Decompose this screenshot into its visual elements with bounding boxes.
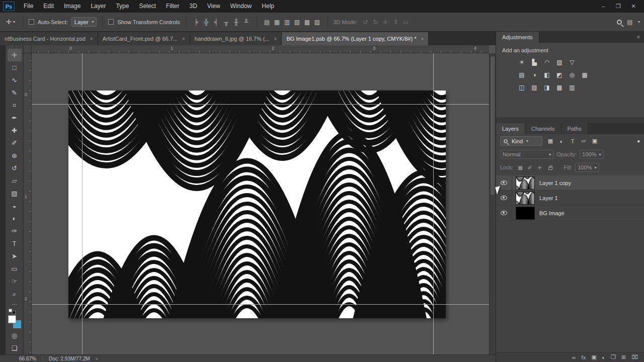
zoom-tool[interactable]: ⌕ bbox=[8, 288, 22, 300]
threshold-icon[interactable]: ◨ bbox=[541, 83, 552, 92]
distribute-h-center-icon[interactable]: ▩ bbox=[303, 18, 312, 27]
gradient-map-icon[interactable]: ▥ bbox=[567, 83, 578, 92]
new-group-icon[interactable]: ❒ bbox=[611, 354, 616, 360]
visibility-toggle[interactable] bbox=[496, 206, 512, 220]
curves-icon[interactable]: ◠ bbox=[541, 58, 552, 66]
layer-style-icon[interactable]: fx bbox=[582, 354, 586, 360]
distribute-v-center-icon[interactable]: ▦ bbox=[273, 18, 282, 27]
close-icon[interactable]: × bbox=[421, 36, 424, 42]
filter-pixel-icon[interactable]: ▦ bbox=[545, 137, 555, 146]
foreground-color-swatch[interactable] bbox=[8, 315, 16, 323]
marquee-tool[interactable]: □ bbox=[8, 61, 22, 74]
quick-mask-icon[interactable]: ◎ bbox=[8, 329, 22, 342]
clone-stamp-tool[interactable]: ⊛ bbox=[8, 149, 22, 162]
exposure-icon[interactable]: ▧ bbox=[554, 58, 565, 66]
close-icon[interactable]: × bbox=[90, 36, 93, 42]
3d-scale-icon[interactable]: ▭ bbox=[401, 18, 410, 27]
filter-toggle-icon[interactable]: ● bbox=[637, 139, 640, 144]
menu-item[interactable]: Window bbox=[225, 0, 257, 13]
align-top-icon[interactable]: ╥ bbox=[222, 18, 231, 27]
status-chevron-icon[interactable]: › bbox=[96, 356, 98, 361]
panel-tab[interactable]: Layers bbox=[496, 123, 525, 134]
panel-tab[interactable]: Channels bbox=[525, 123, 561, 134]
screen-mode-icon[interactable]: ❏ bbox=[8, 342, 22, 354]
restore-button[interactable]: ❐ bbox=[611, 0, 626, 13]
distribute-right-icon[interactable]: ▨ bbox=[313, 18, 322, 27]
menu-item[interactable]: Edit bbox=[38, 0, 59, 13]
history-brush-tool[interactable]: ↺ bbox=[8, 162, 22, 174]
menu-item[interactable]: Select bbox=[134, 0, 160, 13]
menu-item[interactable]: Type bbox=[111, 0, 134, 13]
distribute-left-icon[interactable]: ▧ bbox=[293, 18, 302, 27]
posterize-icon[interactable]: ▨ bbox=[529, 83, 540, 92]
scrollbar-thumb[interactable] bbox=[491, 56, 495, 195]
black-white-icon[interactable]: ◧ bbox=[541, 70, 552, 79]
blur-tool[interactable]: ◒ bbox=[8, 200, 22, 212]
3d-rotate-icon[interactable]: ↺ bbox=[361, 18, 370, 27]
layer-thumbnail[interactable] bbox=[516, 207, 535, 220]
ruler-vertical[interactable]: 012 bbox=[24, 45, 32, 354]
show-transform-checkbox[interactable] bbox=[108, 19, 114, 25]
menu-item[interactable]: Image bbox=[59, 0, 86, 13]
chevron-down-icon[interactable]: ▾ bbox=[638, 20, 640, 24]
eraser-tool[interactable]: ▱ bbox=[8, 174, 22, 187]
opacity-field[interactable]: 100% ▾ bbox=[580, 150, 603, 159]
document-tab[interactable]: ArtistCard_Front.psd @ 66.7... × bbox=[98, 32, 190, 45]
panel-tab[interactable]: Paths bbox=[561, 123, 588, 134]
distribute-bottom-icon[interactable]: ▥ bbox=[283, 18, 292, 27]
lock-position-icon[interactable]: ✛ bbox=[535, 163, 543, 171]
3d-roll-icon[interactable]: ↻ bbox=[371, 18, 380, 27]
distribute-top-icon[interactable]: ▤ bbox=[263, 18, 272, 27]
lock-all-icon[interactable] bbox=[546, 163, 554, 171]
vibrance-icon[interactable]: ▽ bbox=[567, 58, 578, 66]
menu-item[interactable]: File bbox=[19, 0, 38, 13]
panel-menu-icon[interactable]: ≡ bbox=[633, 32, 644, 43]
close-icon[interactable]: × bbox=[182, 36, 185, 42]
crop-tool[interactable]: ⌗ bbox=[8, 99, 22, 112]
minimize-button[interactable]: – bbox=[596, 0, 611, 13]
lock-paint-icon[interactable]: ✐ bbox=[526, 163, 534, 171]
layer-row[interactable]: Layer 1 bbox=[496, 191, 644, 206]
path-selection-tool[interactable]: ➤ bbox=[8, 250, 22, 262]
guide-horizontal[interactable] bbox=[32, 104, 489, 105]
gradient-tool[interactable]: ▨ bbox=[8, 187, 22, 200]
lasso-tool[interactable]: ∿ bbox=[8, 74, 22, 86]
document-tab[interactable]: BG Image1.psb @ 66.7% (Layer 1 copy, CMY… bbox=[282, 32, 429, 45]
kind-filter-dropdown[interactable]: Kind ▾ bbox=[500, 136, 542, 146]
guide-vertical[interactable] bbox=[82, 53, 83, 354]
close-icon[interactable]: × bbox=[274, 36, 277, 42]
hand-tool[interactable]: ☞ bbox=[8, 275, 22, 288]
zoom-level[interactable]: 66.67% bbox=[19, 356, 36, 361]
levels-icon[interactable]: ▙ bbox=[529, 58, 540, 66]
align-right-icon[interactable]: ╡ bbox=[212, 18, 221, 27]
tab-adjustments[interactable]: Adjustments bbox=[496, 32, 539, 43]
new-layer-icon[interactable]: ⊞ bbox=[621, 354, 626, 360]
eyedropper-tool[interactable]: ✒ bbox=[8, 112, 22, 124]
guide-vertical[interactable] bbox=[433, 53, 434, 354]
layer-thumbnail[interactable] bbox=[516, 176, 535, 190]
document-tab[interactable]: handdrawn_6.jpg @ 16.7% (... × bbox=[190, 32, 282, 45]
brightness-contrast-icon[interactable]: ☀ bbox=[516, 58, 527, 66]
3d-drag-icon[interactable]: ✛ bbox=[381, 18, 390, 27]
photo-filter-icon[interactable]: ◩ bbox=[554, 70, 565, 79]
guide-horizontal[interactable] bbox=[32, 304, 489, 305]
filter-smart-object-icon[interactable]: ▣ bbox=[590, 137, 600, 146]
color-balance-icon[interactable]: ◑ bbox=[529, 70, 540, 79]
type-tool[interactable]: T bbox=[8, 237, 22, 250]
canvas-viewport[interactable]: 01234 012 bbox=[24, 45, 496, 354]
layer-thumbnail[interactable] bbox=[516, 192, 535, 205]
menu-item[interactable]: View bbox=[202, 0, 225, 13]
filter-adjustment-icon[interactable]: ◐ bbox=[556, 137, 567, 146]
quick-selection-tool[interactable]: ✎ bbox=[8, 86, 22, 99]
channel-mixer-icon[interactable]: ◎ bbox=[567, 70, 578, 79]
delete-layer-icon[interactable]: ⌧ bbox=[631, 354, 638, 360]
document-tab[interactable]: ntBusiness Card - Horizontal.psd × bbox=[0, 32, 98, 45]
align-left-icon[interactable]: ╞ bbox=[192, 18, 201, 27]
layer-row[interactable]: Layer 1 copy bbox=[496, 175, 644, 191]
search-icon[interactable] bbox=[617, 20, 622, 25]
canvas[interactable] bbox=[68, 90, 446, 318]
layer-row[interactable]: BG Image bbox=[496, 206, 644, 221]
brush-tool[interactable]: ✐ bbox=[8, 137, 22, 149]
auto-select-checkbox[interactable] bbox=[29, 19, 34, 25]
menu-item[interactable]: 3D bbox=[184, 0, 202, 13]
